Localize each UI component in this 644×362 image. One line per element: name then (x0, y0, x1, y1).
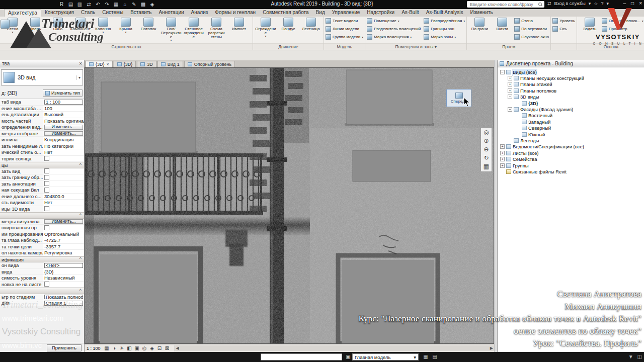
property-value[interactable] (43, 181, 84, 187)
favorites-icon[interactable]: ☆ (594, 1, 598, 6)
property-row[interactable]: он вида <Нет> (0, 262, 84, 269)
ribbon-tool-partial[interactable] (0, 19, 10, 45)
tree-item[interactable]: + Семейства (498, 156, 644, 162)
property-row[interactable]: ицы 3D вида (0, 206, 84, 213)
expander-icon[interactable]: + (500, 144, 505, 149)
signin-label[interactable]: Вход в службы (554, 1, 586, 6)
ribbon-tool[interactable]: Уровень (552, 17, 575, 25)
qat-icon[interactable]: ◈ (149, 1, 155, 8)
scale-button[interactable]: 1 : 100 (87, 346, 102, 351)
ribbon-tool[interactable]: Импост (228, 17, 250, 42)
close-tab-icon[interactable]: × (107, 62, 109, 67)
ribbon-tool[interactable]: Лестница (300, 17, 322, 38)
view-control-icon[interactable]: ⊠ (164, 345, 171, 351)
ribbon-tab[interactable]: Вставить (127, 9, 155, 17)
type-selector[interactable]: 3D вид ▾ (1, 69, 83, 85)
property-value[interactable]: Нет (43, 200, 84, 206)
property-value[interactable] (43, 288, 84, 294)
property-value[interactable]: 100 (43, 106, 84, 112)
edit-type-button[interactable]: Изменить тип (43, 89, 83, 97)
help-arrow-icon[interactable]: ▾ (606, 1, 609, 6)
property-value[interactable]: Координация (43, 137, 84, 143)
property-row[interactable]: иплина Координация (0, 137, 84, 143)
ribbon-tool[interactable]: Линии модели (326, 25, 363, 33)
property-row[interactable] (0, 212, 84, 219)
ribbon-tab[interactable]: Формы и генплан (211, 9, 259, 17)
property-row[interactable]: та точки цели -3357.7 (0, 244, 84, 250)
expander-icon[interactable]: − (500, 70, 505, 74)
qat-icon[interactable]: ⌂ (122, 1, 128, 8)
property-value[interactable] (43, 187, 84, 193)
property-row[interactable]: определения вид... Изменить... (0, 124, 84, 131)
window-button[interactable]: □ (631, 1, 634, 6)
tree-item[interactable]: + Листы (все) (498, 150, 644, 156)
view-tab[interactable]: {3D} (114, 61, 136, 67)
property-value[interactable]: Высокий (43, 112, 84, 118)
ribbon-tool[interactable]: Ограждение▾ (255, 17, 277, 38)
ribbon-tool[interactable]: Распределённая▾ (424, 17, 465, 25)
property-row[interactable]: ение дальнего с... 304800.0 (0, 194, 84, 200)
tree-item[interactable]: + Планы этажей (498, 81, 644, 87)
tree-item[interactable]: − Фасады (Фасад здания) (498, 106, 644, 112)
status-icon[interactable]: ▦ (423, 354, 429, 360)
property-row[interactable]: зать аннотации (0, 181, 84, 188)
ribbon-tab[interactable]: Вид (312, 9, 329, 17)
tree-item[interactable]: Южный (498, 131, 644, 137)
property-value[interactable]: Регулировка (43, 250, 84, 256)
property-row[interactable] (0, 288, 84, 294)
design-options-icon[interactable]: ▣ (345, 354, 351, 360)
ribbon-tool[interactable]: По грани (468, 17, 491, 31)
status-icon[interactable]: ▤ (432, 354, 438, 360)
property-value[interactable]: Независимый (43, 275, 84, 281)
tree-item[interactable]: + Планы несущих конструкций (498, 75, 644, 81)
property-value[interactable]: Ортогональный (43, 231, 84, 237)
expander-icon[interactable]: + (500, 151, 505, 155)
view-control-icon[interactable]: ☀ (119, 345, 125, 351)
ribbon-tool[interactable]: Текст модели (326, 17, 363, 25)
filter-icon[interactable]: ▼ (628, 354, 633, 359)
property-value[interactable]: -4725.7 (43, 237, 84, 243)
expander-icon[interactable]: + (508, 76, 512, 80)
view-control-icon[interactable]: ◎ (141, 345, 148, 351)
property-value[interactable]: Показать оригинал (43, 118, 84, 124)
property-row[interactable]: та глаза наблюд... -4725.7 (0, 237, 84, 244)
property-row[interactable]: зать невидимые л... По категории (0, 143, 84, 150)
close-icon[interactable]: × (79, 61, 82, 66)
help-icon[interactable]: ? (601, 1, 603, 6)
property-row[interactable]: ический стиль о... Нет (0, 149, 84, 156)
property-row[interactable]: метры отображе... Изменить... (0, 131, 84, 137)
property-value[interactable] (43, 213, 84, 218)
property-row[interactable]: ификация (0, 256, 84, 263)
design-option-select[interactable]: Главная модель ▾ (352, 353, 419, 360)
tree-item[interactable]: + Ведомости/Спецификации (все) (498, 144, 644, 150)
qat-icon[interactable]: ▩ (140, 1, 146, 8)
view-control-icon[interactable]: ◈ (149, 345, 155, 351)
property-value[interactable] (43, 168, 84, 174)
nav-tool-icon[interactable]: ▦ (484, 163, 489, 170)
view-tab[interactable]: Опорный уровень (184, 61, 235, 67)
property-row[interactable]: зать вид (0, 168, 84, 175)
ribbon-tab[interactable]: Управление (329, 9, 364, 17)
tree-item[interactable]: Легенды (498, 137, 644, 143)
nav-tool-icon[interactable]: ⊕ (484, 138, 489, 144)
ribbon-tab[interactable]: Надстройки (363, 9, 398, 17)
property-value[interactable]: По категории (43, 143, 84, 149)
view-tab[interactable]: Вид 1 (157, 61, 183, 67)
ribbon-tab[interactable]: Аннотации (155, 9, 188, 17)
workset-box[interactable] (261, 353, 342, 360)
property-value[interactable] (43, 174, 84, 180)
property-value[interactable]: Изменить... (44, 219, 83, 224)
property-value[interactable]: 304800.0 (43, 194, 84, 200)
property-value[interactable] (43, 206, 84, 212)
ribbon-tool[interactable]: По вертикали (514, 25, 549, 33)
property-row[interactable]: метры визуализа... Изменить... (0, 219, 84, 225)
ribbon-tool[interactable]: Марка зоны▾ (424, 33, 465, 41)
nav-tool-icon[interactable]: ◎ (484, 129, 489, 136)
qat-icon[interactable]: ▦ (113, 1, 119, 8)
expander-icon[interactable]: − (508, 95, 512, 99)
search-icon[interactable] (538, 3, 542, 7)
view-control-icon[interactable]: ◧ (126, 345, 133, 351)
expander-icon[interactable]: − (508, 107, 512, 112)
property-value[interactable] (43, 162, 84, 168)
ribbon-tab[interactable]: Изменить (467, 9, 497, 17)
